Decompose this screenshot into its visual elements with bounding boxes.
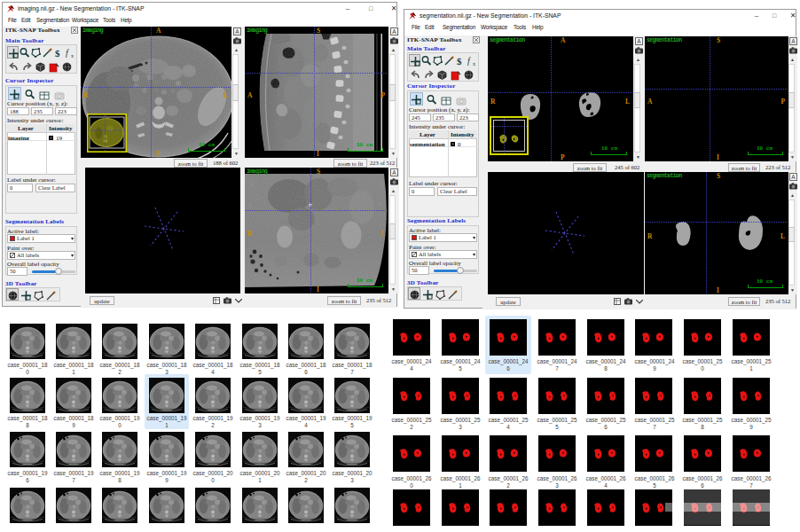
svg-text:$: $ <box>457 56 462 66</box>
svg-text:x: x <box>71 53 74 59</box>
svg-text:A: A <box>392 169 396 176</box>
svg-text:$: $ <box>55 48 60 59</box>
svg-text:x: x <box>473 61 475 66</box>
svg-text:f: f <box>467 56 471 66</box>
svg-text:f: f <box>66 48 69 58</box>
svg-text:A: A <box>637 38 641 44</box>
svg-text:A: A <box>392 28 396 35</box>
svg-text:A: A <box>791 174 796 180</box>
svg-text:A: A <box>791 38 796 44</box>
svg-text:A: A <box>235 28 239 35</box>
